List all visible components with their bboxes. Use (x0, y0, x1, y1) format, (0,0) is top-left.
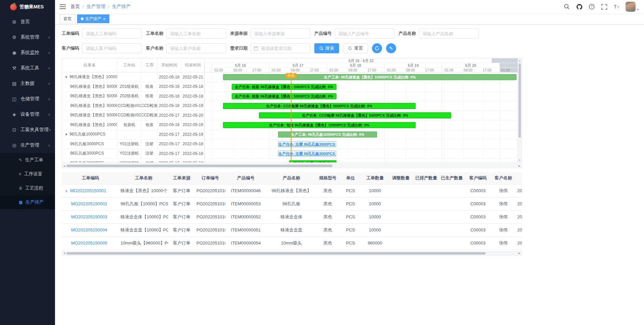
customer-name-input[interactable] (166, 43, 226, 53)
sidebar-item-system-monitor[interactable]: ◉ 系统监控 ∨ (0, 45, 55, 60)
gantt-process-cell (142, 72, 158, 82)
gantt-bar[interactable]: 生产任务: 包装 96孔移液盒【黑色】10000PCS 完成比例: 0% (223, 122, 416, 128)
order-cell (438, 184, 466, 197)
user-menu[interactable]: ▾ (626, 2, 639, 12)
tree-expand-icon[interactable]: ▼ (65, 133, 68, 136)
gantt-chart-body: 生产工单: 96孔移液盒【黑色】10000PCS 完成比例: 0%生产任务: 组… (205, 72, 518, 162)
timeline-hours-row: 01:0009:0017:0001:0009:0017:0001:0009:00… (205, 68, 518, 72)
order-code-link[interactable]: MO202205150001 (70, 188, 106, 193)
gantt-grid-row[interactable]: ▼96孔孔板10000PCS2022-05-172022-05-19 (62, 130, 204, 140)
orders-column-header: 规格型号 (317, 172, 338, 184)
table-row[interactable]: MO202205150003移液盒盒体【10000】PCS客户订单PO20220… (62, 210, 522, 223)
gantt-bar[interactable]: 生产任务: CCD检测 96孔移液盒【黑色】5000PCS 完成比例: 0% (259, 112, 451, 118)
search-button[interactable]: 搜索 (314, 43, 339, 53)
filter-customer-code: 客户编码 (62, 43, 142, 53)
sidebar-item-process-settings[interactable]: ≡ 工序设置 (0, 167, 55, 181)
gantt-grid-row[interactable]: 96孔移液盒【黑色】5000PCSCCD检测#02CCD检测2022-05-17… (62, 111, 204, 120)
logo-icon (10, 4, 17, 10)
scroll-up-icon[interactable]: ▲ (519, 58, 521, 63)
table-row[interactable]: ∨MO202205150001移液盒【黑色】10000个客户订单PO202205… (62, 184, 522, 197)
gantt-grid-row[interactable]: 96孔移液盒【黑色】5000PCSZ01组装机组装2022-05-162022-… (62, 82, 204, 92)
sidebar-item-fixture[interactable]: ⊡ 工装夹具管理 ∨ (0, 122, 55, 138)
gantt-bar[interactable]: 生产任务: 组装 96孔移液盒【黑色】5000PCS 完成比例: 0% (232, 93, 336, 99)
help-icon[interactable]: ? (588, 3, 595, 10)
gantt-grid-row[interactable]: 96孔孔板3000PCSY03注塑机注塑2022-05-172022-05-18 (62, 159, 204, 163)
scroll-right-icon[interactable]: ▶ (517, 165, 522, 167)
orders-scroll-thumb[interactable] (66, 252, 486, 255)
table-row[interactable]: MO202205150004移液盒盒盖【10000】PCS客户订单PO20220… (62, 223, 522, 236)
demand-date-input[interactable] (251, 43, 310, 53)
gantt-grid-row[interactable]: 96孔移液盒【黑色】10000PCS包装机包装2022-05-162022-05… (62, 120, 204, 130)
table-row[interactable]: MO20220515000296孔孔板【10000】PCS客户订单PO20220… (62, 197, 522, 210)
order-cell: 客户订单 (168, 236, 195, 250)
sidebar-item-system-management[interactable]: ⚙ 系统管理 ∨ (0, 30, 55, 45)
gantt-bar[interactable]: 生产任务: CCD检测 96孔移液盒【黑色】5000PCS 完成比例: 0% (223, 103, 416, 109)
github-icon[interactable] (576, 3, 583, 10)
font-size-icon[interactable]: TT (613, 3, 620, 10)
gantt-grid-row[interactable]: 96孔移液盒【黑色】5000PCSCCD检测#01CCD检测2022-05-16… (62, 101, 204, 111)
sidebar-toggle-icon[interactable] (55, 4, 70, 9)
order-code-link[interactable]: MO202205150004 (71, 227, 107, 232)
sidebar-item-home[interactable]: ⊞ 首页 (0, 14, 55, 30)
gantt-end-cell: 2022-05-18 (181, 82, 204, 92)
order-code-link[interactable]: MO202205150003 (71, 214, 107, 219)
reset-button[interactable]: 重置 (343, 43, 368, 53)
source-doc-input[interactable] (251, 29, 310, 39)
customer-code-input[interactable] (82, 43, 142, 53)
close-icon[interactable]: × (103, 17, 106, 21)
orders-horizontal-scrollbar[interactable]: ◀ ▶ (62, 251, 522, 256)
product-code-input[interactable] (335, 29, 394, 39)
work-order-name-input[interactable] (166, 29, 226, 39)
order-cell: PO202205101001 (195, 197, 226, 210)
gantt-grid-row[interactable]: 96孔孔板3000PCSY01注塑机注塑2022-05-172022-05-18 (62, 140, 204, 149)
tree-expand-icon[interactable]: ▼ (65, 75, 68, 79)
fullscreen-icon[interactable] (601, 3, 607, 10)
gantt-bar[interactable]: 生产工单: 96孔孔板10000PCS 完成比例: 0% (278, 131, 377, 138)
tab-home[interactable]: 首页 (60, 14, 75, 23)
sidebar-item-system-tools[interactable]: ⚒ 系统工具 ∨ (0, 60, 55, 76)
gantt-scroll-thumb[interactable] (66, 165, 332, 167)
gantt-chart-row: 生产任务: 组装 96孔移液盒【黑色】5000PCS 完成比例: 0% (205, 82, 518, 92)
edit-button[interactable]: ✎ (386, 43, 396, 53)
gantt-bar[interactable]: 生产任务: 注塑 96孔孔板3000PCS 完成比例: 0% (278, 141, 336, 147)
scroll-left-icon[interactable]: ◀ (62, 252, 66, 255)
gantt-grid-row[interactable]: 96孔孔板3000PCSY02注塑机注塑2022-05-172022-05-18 (62, 149, 204, 159)
work-order-code-input[interactable] (82, 29, 142, 39)
refresh-button[interactable] (372, 43, 382, 53)
app-logo[interactable]: 苦糖果MES (0, 0, 55, 14)
sidebar-item-production-order[interactable]: ✎ 生产工单 (0, 153, 55, 167)
gantt-bar[interactable]: 生产工单: 96孔移液盒【黑色】10000PCS 完成比例: 0% (223, 74, 517, 80)
hour-label: 01:00 (329, 68, 338, 72)
gantt-bar[interactable]: 生产任务: 组装 96孔移液盒【黑色】5000PCS 完成比例: 0% (232, 84, 336, 90)
product-name-input[interactable] (419, 29, 479, 39)
gantt-end-cell: 2022-05-21 (181, 72, 204, 82)
scroll-left-icon[interactable]: ◀ (62, 165, 66, 167)
gantt-start-cell: 2022-05-16 (158, 82, 181, 92)
sidebar-item-process-flow[interactable]: ≣ 工艺流程 (0, 181, 55, 195)
gantt-vertical-scrollbar[interactable]: ▲ ▼ (518, 58, 522, 162)
expand-row-icon[interactable]: ∨ (65, 189, 68, 193)
table-row[interactable]: MO20220515000510mm吸头【960000】PCS客户订单PO202… (62, 236, 522, 250)
sidebar-item-production[interactable]: ◎ 生产管理 ∧ (0, 138, 55, 153)
scroll-down-icon[interactable]: ▼ (519, 158, 521, 162)
scroll-right-icon[interactable]: ▶ (517, 252, 522, 255)
order-code-link[interactable]: MO202205150005 (71, 240, 107, 246)
sidebar-item-warehouse[interactable]: ◫ 仓储管理 ∨ (0, 91, 55, 107)
gantt-bar[interactable]: 生产任务: 注塑 96孔孔板3000PCS 完成比例: 0% (289, 160, 336, 163)
gantt-grid-row[interactable]: ▼96孔移液盒【黑色】10000PCS2022-05-162022-05-21 (62, 72, 204, 82)
sidebar-item-master-data[interactable]: ▤ 主数据 ∨ (0, 76, 55, 91)
vertical-scroll-thumb[interactable] (519, 63, 521, 138)
avatar[interactable] (626, 2, 636, 12)
order-code-link[interactable]: MO202205150002 (71, 201, 107, 206)
gantt-task-name-cell: 96孔移液盒【黑色】10000PCS (62, 120, 117, 130)
search-icon[interactable] (564, 3, 570, 10)
gantt-horizontal-scrollbar[interactable]: ◀ ▶ (62, 164, 522, 168)
filter-work-order-name: 工单名称 (146, 29, 226, 39)
sidebar-item-production-scheduling[interactable]: ▦ 生产排产 (0, 195, 55, 209)
sidebar-item-equipment[interactable]: ◈ 设备管理 ∨ (0, 107, 55, 122)
gantt-station-cell (117, 130, 142, 139)
gantt-bar[interactable]: 生产任务: 注塑 96孔孔板3000PCS 完成比例: 0% (278, 151, 336, 157)
gantt-grid-row[interactable]: 96孔移液盒【黑色】5000PCSZ02组装机组装2022-05-162022-… (62, 92, 204, 101)
breadcrumb-home[interactable]: 首页 (70, 4, 80, 10)
tab-production-scheduling[interactable]: 生产排产 × (77, 14, 109, 23)
